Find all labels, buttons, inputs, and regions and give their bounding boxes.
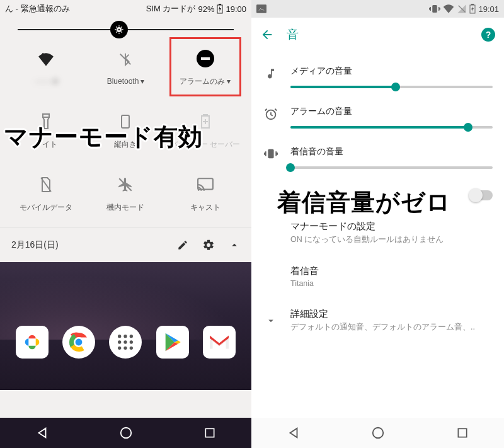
svg-point-19 (130, 340, 133, 343)
clock-text: 19:00 (226, 4, 246, 14)
vibrate-icon (264, 147, 278, 160)
sim-text: SIM カードが (146, 3, 196, 14)
ring-volume-slider[interactable] (290, 166, 493, 169)
appbar: 音 ? (251, 18, 504, 52)
home-wallpaper (0, 262, 251, 390)
media-volume-row: メディアの音量 (263, 59, 493, 100)
svg-point-18 (124, 340, 127, 343)
battery-charging-icon (217, 4, 223, 14)
app-chrome[interactable] (62, 326, 95, 359)
help-button[interactable]: ? (481, 28, 495, 42)
svg-point-15 (124, 335, 127, 338)
battery-text: 92% (198, 4, 214, 14)
advanced-row[interactable]: 詳細設定 デフォルトの通知音、デフォルトのアラーム音、.. (263, 298, 493, 343)
highlight-box (169, 37, 241, 96)
svg-rect-24 (205, 428, 214, 437)
cast-icon (197, 178, 214, 192)
ringtone-sub: Titania (290, 279, 493, 288)
qs-tile-cast[interactable]: キャスト (166, 161, 245, 224)
app-gmail[interactable] (203, 326, 236, 359)
battery-charging-icon (469, 4, 476, 14)
svg-rect-33 (458, 428, 466, 437)
recents-button[interactable] (203, 427, 216, 439)
statusbar-left: ん - 緊急通報のみ SIM カードが 92% 19:00 (0, 0, 251, 18)
airplane-off-icon (117, 176, 134, 193)
svg-rect-25 (256, 4, 266, 13)
chevron-down-icon (265, 315, 277, 326)
edit-icon[interactable] (177, 239, 188, 251)
annotation-overlay-right: 着信音量がゼロ (277, 187, 451, 219)
home-button[interactable] (119, 426, 133, 440)
advanced-sub: デフォルトの通知音、デフォルトのアラーム音、.. (290, 322, 493, 333)
settings-icon[interactable] (202, 239, 215, 251)
back-button[interactable] (287, 426, 301, 440)
svg-point-14 (118, 335, 121, 338)
sim-off-icon (40, 176, 52, 193)
navbar-right (251, 418, 504, 448)
svg-rect-7 (203, 114, 207, 116)
date-text: 2月16日(日) (11, 239, 59, 251)
svg-point-23 (121, 428, 132, 439)
qs-airplane-label: 機内モード (106, 202, 144, 213)
qs-tile-mobile-data[interactable]: モバイルデータ (6, 161, 86, 224)
wifi-icon (443, 4, 454, 13)
qs-wifi-label: ········ ▾ (35, 77, 57, 86)
brightness-slider[interactable] (0, 18, 251, 35)
vibrate-toggle[interactable] (470, 190, 493, 200)
qs-tile-wifi[interactable]: ········ ▾ (6, 35, 86, 98)
advanced-title: 詳細設定 (290, 308, 493, 320)
app-photos[interactable] (16, 326, 49, 359)
expand-icon[interactable] (229, 239, 240, 251)
ringtone-title: 着信音 (290, 265, 493, 277)
alarm-volume-slider[interactable] (290, 126, 493, 129)
svg-rect-29 (471, 4, 474, 5)
app-drawer[interactable] (109, 326, 142, 359)
back-button[interactable] (35, 426, 49, 440)
appbar-title: 音 (287, 26, 469, 43)
svg-point-32 (373, 428, 384, 439)
qs-tile-bluetooth[interactable]: Bluetooth ▾ (86, 35, 165, 98)
qs-cast-label: キャスト (190, 202, 220, 213)
qs-bluetooth-label: Bluetooth ▾ (107, 77, 145, 86)
svg-point-21 (124, 347, 127, 350)
recents-button[interactable] (456, 427, 469, 439)
wifi-icon (38, 52, 54, 66)
carrier-text: ん - 緊急通報のみ (5, 3, 70, 14)
media-volume-label: メディアの音量 (290, 66, 493, 77)
clock-text: 19:01 (478, 4, 499, 14)
back-arrow-icon[interactable] (260, 28, 274, 42)
svg-point-16 (130, 335, 133, 338)
shade-footer: 2月16日(日) (0, 227, 251, 262)
qs-mobile-data-label: モバイルデータ (20, 202, 72, 213)
svg-rect-31 (268, 149, 273, 159)
annotation-overlay-left: マナーモード有効 (4, 121, 203, 153)
home-button[interactable] (371, 426, 385, 440)
svg-rect-1 (219, 4, 221, 5)
alarm-volume-row: アラームの音量 (263, 100, 493, 140)
navbar-left (0, 418, 251, 448)
app-play-store[interactable] (156, 326, 189, 359)
music-note-icon (265, 67, 277, 81)
ringtone-row[interactable]: 着信音 Titania (263, 255, 493, 298)
qs-tile-airplane[interactable]: 機内モード (86, 161, 165, 224)
alarm-icon (264, 107, 278, 121)
dnd-sub: ON になっている自動ルールはありません (290, 234, 493, 245)
svg-rect-4 (43, 114, 49, 117)
media-volume-slider[interactable] (290, 86, 493, 88)
dock (0, 326, 251, 359)
svg-point-17 (118, 340, 121, 343)
svg-rect-26 (433, 5, 438, 13)
svg-point-20 (118, 347, 121, 350)
alarm-volume-label: アラームの音量 (290, 106, 493, 117)
ring-volume-label: 着信音の音量 (290, 146, 493, 158)
screenshot-icon (256, 4, 266, 13)
vibrate-icon (429, 4, 440, 14)
statusbar-right: 19:01 (251, 0, 504, 18)
svg-point-22 (130, 347, 133, 350)
qs-tile-dnd[interactable]: アラームのみ ▾ (166, 35, 245, 98)
ring-volume-row: 着信音の音量 (263, 140, 493, 180)
signal-off-icon (457, 4, 467, 14)
dnd-title: マナーモードの設定 (290, 221, 493, 233)
bluetooth-off-icon (118, 51, 132, 67)
